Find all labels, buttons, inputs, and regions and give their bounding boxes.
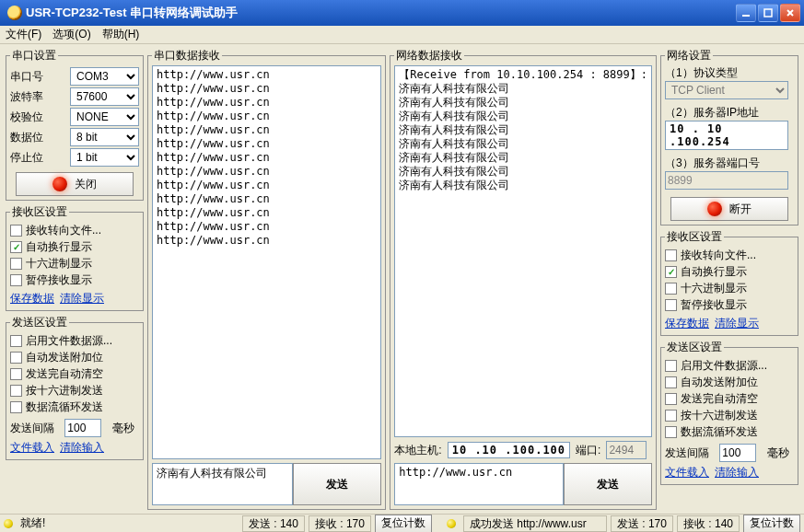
net-disconnect-button[interactable]: 断开 — [670, 197, 788, 221]
chk-hex-display-r[interactable] — [665, 283, 677, 295]
net-recv-textarea[interactable]: 【Receive from 10.10.100.254 : 8899】: 济南有… — [394, 65, 652, 437]
local-host-ip[interactable]: 10 .10 .100.100 — [448, 442, 570, 458]
lbl-send-interval-r: 发送间隔 — [665, 445, 709, 461]
link-clear-display-r[interactable]: 清除显示 — [715, 317, 759, 330]
chk-auto-append-r[interactable] — [665, 376, 677, 388]
chk-clear-after[interactable] — [10, 368, 22, 380]
link-clear-input-r[interactable]: 清除输入 — [715, 466, 759, 479]
select-baud[interactable]: 57600 — [70, 87, 139, 106]
input-send-interval-r[interactable] — [719, 444, 756, 462]
serial-settings-group: 串口设置 串口号COM3 波特率57600 校验位NONE 数据位8 bit 停… — [6, 48, 144, 201]
net-data-recv-legend: 网络数据接收 — [394, 48, 464, 64]
select-parity[interactable]: NONE — [70, 108, 139, 126]
send-options-legend: 发送区设置 — [10, 315, 69, 330]
status-led-icon — [52, 177, 67, 191]
lbl-hex-display-r: 十六进制显示 — [681, 281, 747, 296]
minimize-button[interactable] — [736, 4, 756, 22]
server-ip-input[interactable]: 10 . 10 .100.254 — [665, 121, 788, 150]
link-clear-display[interactable]: 清除显示 — [60, 292, 104, 305]
proto-label: （1）协议类型 — [665, 65, 794, 81]
net-send-button[interactable]: 发送 — [564, 463, 652, 505]
net-disconnect-label: 断开 — [729, 202, 752, 217]
serial-send-button[interactable]: 发送 — [293, 463, 381, 505]
serial-data-recv-legend: 串口数据接收 — [152, 48, 222, 64]
menu-file[interactable]: 文件(F) — [6, 27, 41, 42]
svg-rect-1 — [764, 9, 772, 17]
chk-clear-after-r[interactable] — [665, 393, 677, 405]
chk-recv-to-file-r[interactable] — [665, 249, 677, 261]
chk-loop-send[interactable] — [10, 401, 22, 413]
serial-send-input[interactable]: 济南有人科技有限公司 — [152, 463, 293, 505]
lbl-file-source: 启用文件数据源... — [26, 333, 112, 349]
svg-rect-0 — [742, 15, 750, 17]
chk-file-source-r[interactable] — [665, 360, 677, 372]
chk-hex-display[interactable] — [10, 258, 22, 270]
status-bar: 就绪! 发送 : 140 接收 : 170 复位计数 成功发送 http://w… — [0, 514, 804, 532]
link-save-data-r[interactable]: 保存数据 — [665, 317, 709, 330]
link-clear-input[interactable]: 清除输入 — [60, 441, 104, 454]
menu-bar: 文件(F) 选项(O) 帮助(H) — [0, 26, 804, 44]
chk-hex-send-r[interactable] — [665, 410, 677, 422]
lbl-hex-send-r: 按十六进制发送 — [681, 408, 758, 423]
lbl-hex-display: 十六进制显示 — [26, 256, 92, 272]
local-port-label: 端口: — [576, 443, 600, 458]
status-send-left: 发送 : 140 — [242, 515, 305, 532]
label-parity: 校验位 — [10, 110, 43, 125]
lbl-loop-send-r: 数据流循环发送 — [681, 424, 758, 440]
reset-count-right[interactable]: 复位计数 — [743, 515, 800, 533]
lbl-send-interval: 发送间隔 — [10, 421, 54, 436]
chk-loop-send-r[interactable] — [665, 426, 677, 438]
title-bar: USR-TCP232-Test 串口转网络调试助手 — [0, 0, 804, 26]
status-send-right: 发送 : 170 — [611, 515, 673, 532]
chk-file-source[interactable] — [10, 335, 22, 347]
reset-count-left[interactable]: 复位计数 — [375, 515, 432, 533]
chk-hex-send[interactable] — [10, 385, 22, 397]
select-stop-bits[interactable]: 1 bit — [70, 148, 139, 167]
status-recv-left: 接收 : 170 — [309, 515, 371, 532]
serial-recv-textarea[interactable]: http://www.usr.cn http://www.usr.cn http… — [152, 65, 381, 459]
link-save-data[interactable]: 保存数据 — [10, 292, 54, 305]
lbl-recv-to-file: 接收转向文件... — [26, 223, 101, 238]
input-send-interval[interactable] — [64, 419, 101, 437]
lbl-pause-recv-r: 暂停接收显示 — [681, 297, 747, 313]
status-ok-send: 成功发送 http://www.usr — [463, 515, 607, 532]
select-data-bits[interactable]: 8 bit — [70, 128, 139, 146]
lbl-auto-append: 自动发送附加位 — [26, 350, 103, 365]
select-com-port[interactable]: COM3 — [70, 67, 139, 86]
lbl-hex-send: 按十六进制发送 — [26, 383, 103, 399]
menu-help[interactable]: 帮助(H) — [102, 27, 140, 42]
lbl-auto-append-r: 自动发送附加位 — [681, 375, 758, 390]
chk-auto-append[interactable] — [10, 352, 22, 364]
send-options-group-right: 发送区设置 启用文件数据源... 自动发送附加位 发送完自动清空 按十六进制发送… — [660, 340, 798, 485]
send-options-legend-r: 发送区设置 — [665, 340, 724, 355]
status-led-icon — [707, 202, 722, 216]
network-settings-group: 网络设置 （1）协议类型 TCP Client （2）服务器IP地址 10 . … — [660, 48, 798, 226]
label-com-port: 串口号 — [10, 69, 43, 85]
serial-close-button[interactable]: 关闭 — [16, 172, 134, 196]
status-recv-right: 接收 : 140 — [677, 515, 740, 532]
link-load-file[interactable]: 文件载入 — [10, 441, 54, 454]
label-data-bits: 数据位 — [10, 130, 43, 145]
serial-settings-legend: 串口设置 — [10, 48, 58, 64]
chk-auto-wrap-r[interactable] — [665, 266, 677, 278]
ok-send-led-icon — [447, 519, 456, 528]
recv-options-legend: 接收区设置 — [10, 204, 69, 220]
status-ready: 就绪! — [20, 515, 45, 531]
lbl-auto-wrap: 自动换行显示 — [26, 239, 92, 255]
chk-pause-recv-r[interactable] — [665, 299, 677, 311]
chk-recv-to-file[interactable] — [10, 225, 22, 237]
close-button[interactable] — [780, 4, 800, 22]
chk-pause-recv[interactable] — [10, 274, 22, 286]
lbl-auto-wrap-r: 自动换行显示 — [681, 264, 747, 280]
recv-options-group-right: 接收区设置 接收转向文件... 自动换行显示 十六进制显示 暂停接收显示 保存数… — [660, 229, 798, 336]
chk-auto-wrap[interactable] — [10, 241, 22, 253]
lbl-loop-send: 数据流循环发送 — [26, 399, 103, 415]
lbl-clear-after-r: 发送完自动清空 — [681, 391, 758, 407]
menu-options[interactable]: 选项(O) — [52, 27, 90, 42]
recv-options-legend-r: 接收区设置 — [665, 229, 724, 245]
link-load-file-r[interactable]: 文件载入 — [665, 466, 709, 479]
net-send-input[interactable]: http://www.usr.cn — [394, 463, 564, 505]
maximize-button[interactable] — [758, 4, 778, 22]
lbl-recv-to-file-r: 接收转向文件... — [681, 248, 756, 263]
label-stop-bits: 停止位 — [10, 150, 43, 166]
